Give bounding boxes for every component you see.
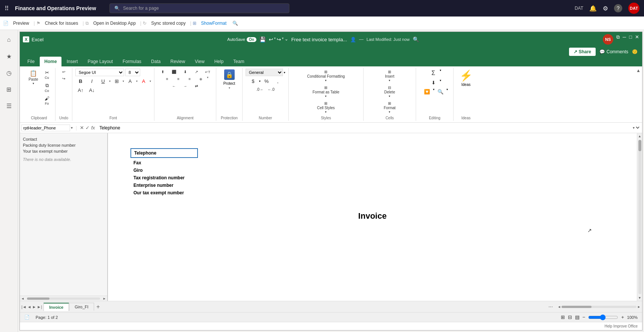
format-painter-button[interactable]: 🖌 Fo [42,95,52,107]
sidebar-grid-icon[interactable]: ⊞ [2,83,16,96]
zoom-slider[interactable] [588,314,618,320]
find-select-button[interactable]: 🔍 [435,88,446,96]
tab-data[interactable]: Data [147,57,165,66]
currency-dropdown[interactable]: ▾ [259,80,261,83]
align-bottom-button[interactable]: ⬇ [180,69,190,75]
decrease-indent-button[interactable]: ← [169,83,179,89]
tab-file[interactable]: File [23,57,39,66]
conditional-formatting-button[interactable]: ⊞ Conditional Formatting ▾ [305,69,347,83]
excel-close-icon[interactable]: ✕ [635,34,639,45]
copy-button[interactable]: ⧉ Co [42,81,52,94]
font-color-button[interactable]: A [138,77,149,85]
waffle-icon[interactable]: ⠿ [4,5,9,12]
paste-button[interactable]: 📋 Paste ▾ [26,69,41,86]
nav-preview[interactable]: Preview [10,19,32,27]
fax-cell[interactable]: Fax [130,159,614,166]
protect-dropdown-icon[interactable]: ▾ [229,86,230,90]
enterprise-cell[interactable]: Enterprise number [130,182,614,189]
font-color-dropdown[interactable]: ▾ [150,80,151,83]
sidebar-home-icon[interactable]: ⌂ [2,33,16,47]
redo-icon[interactable]: ↪ [277,36,281,42]
insert-dropdown[interactable]: ▾ [389,79,390,82]
sheet-options-icon[interactable]: ⋯ [548,304,553,309]
text-direction-button[interactable]: ⇄ [191,83,202,89]
nav-open-desktop[interactable]: Open in Desktop App [90,19,139,27]
autosum-button[interactable]: Σ [428,69,439,78]
normal-view-icon[interactable]: ⊞ [561,314,565,320]
ribbon-collapse-icon[interactable]: ▲ [636,68,641,73]
scroll-thumb[interactable] [638,140,641,151]
tab-nav-last[interactable]: ►| [37,305,42,309]
search-excel-icon[interactable]: 🔍 [413,36,419,42]
merge-center-button[interactable]: ⊕ [196,76,206,82]
tab-insert[interactable]: Insert [62,57,82,66]
decrease-decimal-button[interactable]: .0→ [255,86,265,93]
page-layout-view-icon[interactable]: ⊟ [568,314,572,320]
currency-button[interactable]: $ [248,77,258,85]
cell-ref-dropdown[interactable]: ▾ [71,126,73,130]
tab-page-layout[interactable]: Page Layout [83,57,117,66]
tab-nav-first[interactable]: |◄ [21,305,27,309]
global-search-box[interactable]: 🔍 Search for a page [109,3,289,13]
find-dropdown[interactable]: ▾ [446,88,448,96]
restore-icon[interactable]: ⧉ [616,34,620,45]
align-top-button[interactable]: ⬆ [157,69,168,75]
formula-fx-icon[interactable]: fx [91,125,95,131]
redo-ribbon-button[interactable]: ↪ [58,75,69,82]
scroll-up-button[interactable]: ▲ [637,133,642,139]
formula-dropdown[interactable]: ▾ [631,125,641,130]
sort-filter-button[interactable]: 🔽 [422,88,432,96]
help-icon[interactable]: ? [614,4,622,12]
cell-styles-dropdown[interactable]: ▾ [325,110,326,114]
align-center-button[interactable]: ≡ [173,76,184,82]
cell-styles-button[interactable]: ⊞ Cell Styles ▾ [315,100,337,115]
undo-icon[interactable]: ↩ [269,36,273,42]
delete-dropdown[interactable]: ▾ [389,95,390,98]
protect-button[interactable]: 🔒 Protect ▾ [221,69,238,90]
undo-ribbon-button[interactable]: ↩ [58,69,69,75]
increase-indent-button[interactable]: → [180,83,190,89]
h-scroll-left-icon[interactable]: ◄ [20,297,25,300]
wrap-text-button[interactable]: ↵T [202,69,213,75]
format-as-table-button[interactable]: ⊞ Format as Table ▾ [311,84,341,99]
tab-formulas[interactable]: Formulas [118,57,146,66]
formula-confirm-icon[interactable]: ✓ [85,125,90,131]
formula-cancel-icon[interactable]: ✕ [80,125,84,131]
sidebar-star-icon[interactable]: ★ [2,50,16,63]
bell-icon[interactable]: 🔔 [589,5,597,12]
customize-icon[interactable]: ⌄ [285,36,288,42]
format-table-dropdown[interactable]: ▾ [325,95,326,98]
italic-button[interactable]: I [87,77,97,85]
sheet-scroll-thumb[interactable] [562,306,592,308]
fill-color-button[interactable]: A [125,77,135,85]
align-right-button[interactable]: ≡ [184,76,195,82]
zoom-in-icon[interactable]: + [621,314,624,320]
merge-dropdown[interactable]: ▾ [207,76,208,82]
insert-cells-button[interactable]: ⊞ Insert ▾ [383,69,396,83]
tax-reg-cell[interactable]: Tax registration number [130,174,614,181]
font-size-select[interactable]: 8 [125,69,140,76]
help-improve-label[interactable]: Help Improve Office [605,324,638,328]
bold-button[interactable]: B [75,77,86,85]
sheet-tab-invoice[interactable]: Invoice [43,303,69,311]
nav-search-icon[interactable]: 🔍 [232,21,238,26]
font-name-select[interactable]: Segoe UI [75,69,124,76]
align-left-button[interactable]: ≡ [162,76,172,82]
nav-show-format[interactable]: ShowFormat [198,19,229,27]
orientation-button[interactable]: ↗ [191,69,202,75]
tab-help[interactable]: Help [210,57,228,66]
emoji-icon[interactable]: 🙂 [632,49,638,54]
cond-format-dropdown[interactable]: ▾ [325,79,326,82]
tab-home[interactable]: Home [40,57,61,66]
save-icon[interactable]: 💾 [259,36,266,42]
nav-sync-stored[interactable]: Sync stored copy [148,19,189,27]
sheet-content[interactable]: Telephone Fax Giro Tax registration numb… [108,133,637,301]
fill-dropdown[interactable]: ▾ [136,80,138,83]
decrease-font-button[interactable]: A↓ [87,86,97,94]
ideas-button[interactable]: ⚡ Ideas [457,69,475,87]
fill-dropdown[interactable]: ▾ [440,79,441,87]
fill-button[interactable]: ⬇ [428,79,439,87]
number-format-dropdown[interactable]: ▾ [284,71,285,74]
underline-button[interactable]: U [98,77,108,85]
tab-view[interactable]: View [190,57,209,66]
